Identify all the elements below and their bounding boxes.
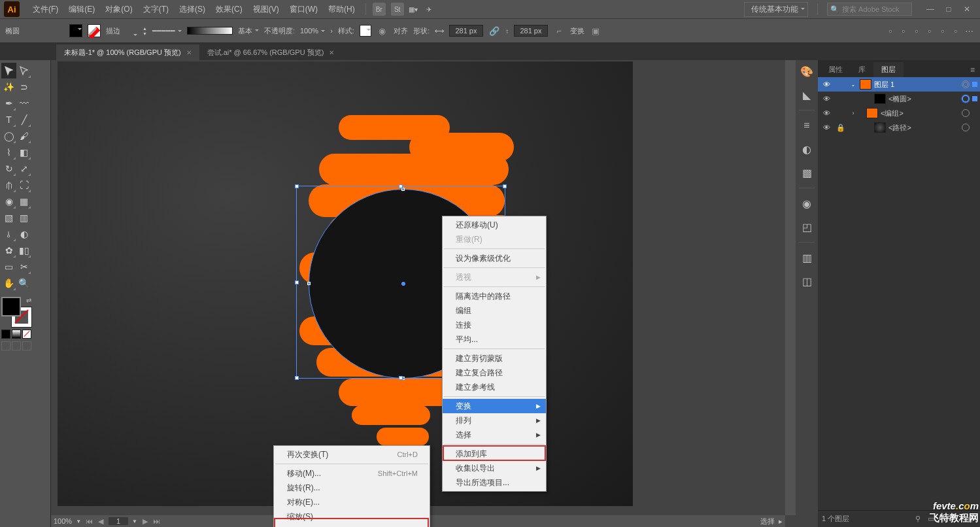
first-page-button[interactable]: ⏮ (85, 517, 93, 525)
perspective-tool[interactable]: ▦ (16, 194, 31, 209)
page-dropdown-icon[interactable]: ▼ (132, 518, 137, 524)
ctx-export-selection[interactable]: 导出所选项目... (443, 475, 546, 490)
ctx-transform[interactable]: 变换 (443, 399, 546, 413)
color-mode-gradient[interactable] (12, 330, 21, 339)
scale-tool[interactable]: ⤢ (16, 161, 31, 177)
stroke-panel-icon[interactable]: ≡ (798, 117, 815, 134)
vertical-scrollbar[interactable] (785, 60, 796, 515)
stroke-profile-dropdown[interactable]: ━━━━━ (152, 27, 182, 35)
workspace-dropdown[interactable]: 传统基本功能 (744, 2, 808, 17)
shape-button[interactable]: 形状: (413, 26, 430, 36)
ctx-pixel-optimize[interactable]: 设为像素级优化 (443, 251, 546, 265)
maximize-button[interactable]: □ (939, 3, 958, 16)
menu-edit[interactable]: 编辑(E) (65, 3, 99, 16)
shaper-tool[interactable]: ⌇ (1, 144, 16, 160)
selection-tool[interactable] (1, 63, 16, 78)
status-arrow-icon[interactable]: ▸ (779, 517, 783, 526)
visibility-toggle[interactable]: 👁 (820, 124, 832, 131)
page-field[interactable]: 1 (109, 517, 128, 525)
artboard[interactable] (58, 61, 633, 506)
ctrl-icon-2[interactable]: ▫ (898, 25, 909, 37)
visibility-toggle[interactable]: 👁 (820, 95, 832, 103)
ctx-make-clip[interactable]: 建立剪切蒙版 (443, 351, 546, 366)
next-page-button[interactable]: ▶ (141, 517, 149, 525)
ctrl-icon-6[interactable]: ▫ (950, 25, 962, 37)
resize-handle[interactable] (399, 184, 403, 188)
color-guide-icon[interactable]: ◣ (798, 86, 815, 103)
sub-scale[interactable]: 缩放(S)... (274, 509, 430, 524)
ctrl-icon-1[interactable]: ▫ (885, 25, 896, 37)
graph-tool[interactable]: ▮▯ (16, 243, 31, 258)
gradient-tool[interactable]: ▥ (16, 210, 31, 226)
target-icon[interactable] (962, 109, 970, 117)
expand-toggle[interactable]: › (849, 110, 857, 116)
prev-page-button[interactable]: ◀ (97, 517, 105, 525)
opacity-field[interactable]: 100% (300, 27, 325, 35)
resize-handle[interactable] (295, 184, 299, 188)
ctx-select[interactable]: 选择 (443, 428, 546, 442)
menu-view[interactable]: 视图(V) (249, 3, 283, 16)
draw-behind[interactable] (12, 341, 21, 350)
stock-icon[interactable]: St (391, 3, 404, 16)
color-mode-solid[interactable] (1, 330, 10, 339)
close-icon[interactable]: ✕ (329, 49, 334, 56)
draw-normal[interactable] (1, 341, 10, 350)
menu-help[interactable]: 帮助(H) (324, 3, 359, 16)
ctx-make-guides[interactable]: 建立参考线 (443, 380, 546, 394)
menu-type[interactable]: 文字(T) (139, 3, 173, 16)
direct-selection-tool[interactable] (16, 63, 31, 78)
eraser-tool[interactable]: ◧ (16, 144, 31, 160)
search-input[interactable]: 🔍 搜索 Adobe Stock (827, 3, 912, 16)
color-panel-icon[interactable]: 🎨 (798, 63, 815, 80)
selection-square[interactable] (972, 82, 977, 87)
layer-name[interactable]: 图层 1 (874, 80, 959, 90)
align-label[interactable]: 对齐 (394, 26, 408, 36)
layer-name[interactable]: <编组> (881, 109, 959, 118)
bridge-icon[interactable]: Br (373, 3, 386, 16)
graphic-styles-icon[interactable]: ◰ (798, 218, 815, 235)
ctx-group[interactable]: 编组 (443, 303, 546, 318)
sub-reflect[interactable]: 对称(E)... (274, 495, 430, 509)
stroke-swatch[interactable] (88, 24, 101, 37)
visibility-toggle[interactable]: 👁 (820, 109, 832, 117)
ctx-isolate[interactable]: 隔离选中的路径 (443, 289, 546, 303)
menu-select[interactable]: 选择(S) (175, 3, 209, 16)
graphic-style-swatch[interactable] (360, 25, 371, 37)
type-tool[interactable]: T (1, 112, 16, 128)
pathfinder-panel-icon[interactable]: ◫ (798, 273, 815, 290)
artboard-tool[interactable]: ▭ (1, 259, 16, 275)
menu-effect[interactable]: 效果(C) (212, 3, 246, 16)
ctx-make-compound[interactable]: 建立复合路径 (443, 366, 546, 380)
width-tool[interactable]: ⫛ (1, 177, 16, 193)
color-mode-none[interactable] (22, 330, 31, 339)
resize-handle[interactable] (295, 376, 299, 380)
layer-name[interactable]: <椭圆> (888, 94, 959, 104)
eyedropper-tool[interactable]: ⫰ (1, 226, 16, 242)
line-tool[interactable]: ╱ (16, 112, 31, 128)
recolor-icon[interactable]: ◉ (377, 25, 388, 37)
appearance-panel-icon[interactable]: ◉ (798, 195, 815, 212)
target-icon[interactable] (962, 95, 970, 103)
ctrl-icon-3[interactable]: ▫ (911, 25, 922, 37)
ctrl-icon-7[interactable]: ⋯ (963, 25, 975, 37)
fill-box[interactable] (1, 297, 21, 316)
document-tab-2[interactable]: 尝试.ai* @ 66.67% (RGB/GPU 预览) ✕ (199, 44, 343, 60)
menu-window[interactable]: 窗口(W) (286, 3, 322, 16)
brush-preview[interactable] (187, 27, 233, 35)
gpu-icon[interactable]: ✈ (422, 3, 435, 16)
layer-row-top[interactable]: 👁 ⌄ 图层 1 (818, 77, 980, 92)
stroke-weight-stepper[interactable]: ▲▼ (143, 26, 147, 36)
ctx-add-library[interactable]: 添加到库 (443, 447, 546, 461)
align-panel-icon[interactable]: ▥ (798, 249, 815, 266)
isolate-icon[interactable]: ▣ (590, 25, 601, 37)
close-button[interactable]: ✕ (958, 3, 976, 16)
slice-tool[interactable]: ✂ (16, 259, 31, 275)
ctrl-icon-5[interactable]: ▫ (937, 25, 949, 37)
layer-name[interactable]: <路径> (888, 123, 959, 133)
corner-icon[interactable]: ⌐ (553, 25, 565, 37)
panel-menu-icon[interactable]: ≡ (965, 63, 980, 77)
lasso-tool[interactable]: ⊃ (16, 79, 31, 95)
minimize-button[interactable]: — (921, 3, 939, 16)
last-page-button[interactable]: ⏭ (153, 517, 161, 525)
paintbrush-tool[interactable]: 🖌 (16, 128, 31, 144)
